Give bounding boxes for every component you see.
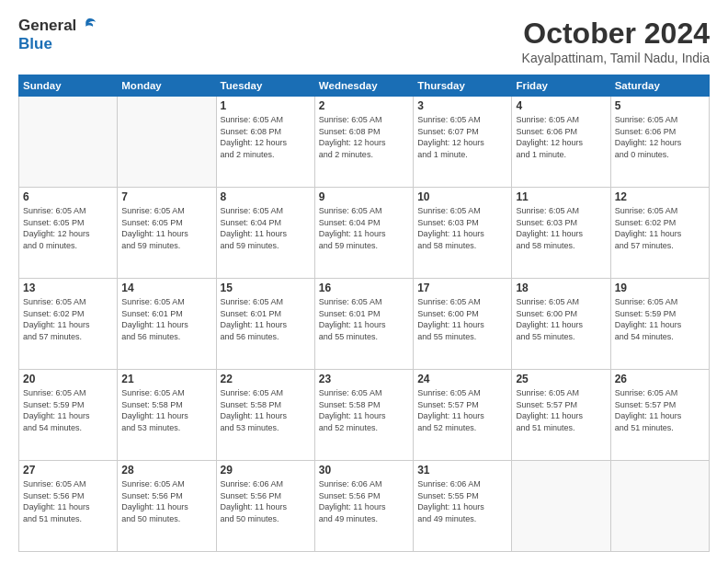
day-info: Sunrise: 6:06 AMSunset: 5:55 PMDaylight:… <box>417 478 507 524</box>
header-tuesday: Tuesday <box>216 75 314 97</box>
day-number: 26 <box>615 373 705 385</box>
day-number: 27 <box>23 464 113 477</box>
day-info: Sunrise: 6:05 AMSunset: 6:01 PMDaylight:… <box>319 296 409 342</box>
calendar-cell: 1Sunrise: 6:05 AMSunset: 6:08 PMDaylight… <box>216 97 314 188</box>
header-saturday: Saturday <box>610 75 709 97</box>
calendar-cell: 27Sunrise: 6:05 AMSunset: 5:56 PMDayligh… <box>19 461 118 552</box>
calendar-cell: 6Sunrise: 6:05 AMSunset: 6:05 PMDaylight… <box>19 188 118 279</box>
day-info: Sunrise: 6:06 AMSunset: 5:56 PMDaylight:… <box>221 478 311 524</box>
day-number: 21 <box>121 373 211 385</box>
day-number: 2 <box>319 99 409 112</box>
day-info: Sunrise: 6:05 AMSunset: 6:01 PMDaylight:… <box>221 296 311 342</box>
day-number: 28 <box>121 464 211 477</box>
day-info: Sunrise: 6:05 AMSunset: 6:04 PMDaylight:… <box>221 205 311 251</box>
calendar-cell <box>610 461 709 552</box>
day-info: Sunrise: 6:05 AMSunset: 6:06 PMDaylight:… <box>516 114 606 160</box>
calendar-table: Sunday Monday Tuesday Wednesday Thursday… <box>18 75 710 552</box>
day-info: Sunrise: 6:05 AMSunset: 5:59 PMDaylight:… <box>615 296 705 342</box>
day-number: 23 <box>319 373 409 385</box>
calendar-cell: 11Sunrise: 6:05 AMSunset: 6:03 PMDayligh… <box>512 188 610 279</box>
header-friday: Friday <box>512 75 610 97</box>
day-number: 29 <box>221 464 311 477</box>
logo-general: General <box>18 17 76 35</box>
calendar-cell: 13Sunrise: 6:05 AMSunset: 6:02 PMDayligh… <box>19 279 118 370</box>
calendar-cell: 21Sunrise: 6:05 AMSunset: 5:58 PMDayligh… <box>118 370 216 461</box>
day-number: 17 <box>417 282 507 294</box>
day-number: 10 <box>417 190 507 203</box>
day-number: 25 <box>516 373 606 385</box>
day-info: Sunrise: 6:05 AMSunset: 6:01 PMDaylight:… <box>121 296 211 342</box>
day-number: 1 <box>221 99 311 112</box>
day-number: 15 <box>221 282 311 294</box>
calendar-cell: 14Sunrise: 6:05 AMSunset: 6:01 PMDayligh… <box>118 279 216 370</box>
calendar-cell: 4Sunrise: 6:05 AMSunset: 6:06 PMDaylight… <box>512 97 610 188</box>
day-info: Sunrise: 6:06 AMSunset: 5:56 PMDaylight:… <box>319 478 409 524</box>
logo-blue: Blue <box>18 35 52 52</box>
calendar-cell: 5Sunrise: 6:05 AMSunset: 6:06 PMDaylight… <box>610 97 709 188</box>
day-number: 5 <box>615 99 705 112</box>
calendar-cell: 22Sunrise: 6:05 AMSunset: 5:58 PMDayligh… <box>216 370 314 461</box>
calendar-cell: 19Sunrise: 6:05 AMSunset: 5:59 PMDayligh… <box>610 279 709 370</box>
day-number: 22 <box>221 373 311 385</box>
day-info: Sunrise: 6:05 AMSunset: 6:05 PMDaylight:… <box>121 205 211 251</box>
day-number: 31 <box>417 464 507 477</box>
day-number: 13 <box>23 282 113 294</box>
day-number: 16 <box>319 282 409 294</box>
calendar-cell: 3Sunrise: 6:05 AMSunset: 6:07 PMDaylight… <box>414 97 512 188</box>
calendar-cell: 10Sunrise: 6:05 AMSunset: 6:03 PMDayligh… <box>414 188 512 279</box>
page: General Blue October 2024 Kayalpattinam,… <box>0 0 728 563</box>
calendar-week-2: 6Sunrise: 6:05 AMSunset: 6:05 PMDaylight… <box>19 188 710 279</box>
calendar-cell: 30Sunrise: 6:06 AMSunset: 5:56 PMDayligh… <box>314 461 413 552</box>
day-info: Sunrise: 6:05 AMSunset: 5:58 PMDaylight:… <box>221 387 311 433</box>
day-info: Sunrise: 6:05 AMSunset: 6:00 PMDaylight:… <box>417 296 507 342</box>
day-info: Sunrise: 6:05 AMSunset: 5:58 PMDaylight:… <box>121 387 211 433</box>
day-number: 18 <box>516 282 606 294</box>
day-info: Sunrise: 6:05 AMSunset: 6:00 PMDaylight:… <box>516 296 606 342</box>
day-info: Sunrise: 6:05 AMSunset: 6:05 PMDaylight:… <box>23 205 113 251</box>
day-number: 11 <box>516 190 606 203</box>
calendar-cell: 29Sunrise: 6:06 AMSunset: 5:56 PMDayligh… <box>216 461 314 552</box>
day-number: 19 <box>615 282 705 294</box>
day-info: Sunrise: 6:05 AMSunset: 5:59 PMDaylight:… <box>23 387 113 433</box>
day-info: Sunrise: 6:05 AMSunset: 5:56 PMDaylight:… <box>23 478 113 524</box>
day-number: 24 <box>417 373 507 385</box>
calendar-cell: 28Sunrise: 6:05 AMSunset: 5:56 PMDayligh… <box>118 461 216 552</box>
day-info: Sunrise: 6:05 AMSunset: 5:56 PMDaylight:… <box>121 478 211 524</box>
title-area: October 2024 Kayalpattinam, Tamil Nadu, … <box>522 17 710 65</box>
day-info: Sunrise: 6:05 AMSunset: 6:06 PMDaylight:… <box>615 114 705 160</box>
day-number: 4 <box>516 99 606 112</box>
day-info: Sunrise: 6:05 AMSunset: 6:07 PMDaylight:… <box>417 114 507 160</box>
calendar-cell <box>118 97 216 188</box>
logo: General Blue <box>18 17 97 53</box>
calendar-cell <box>19 97 118 188</box>
day-info: Sunrise: 6:05 AMSunset: 5:57 PMDaylight:… <box>417 387 507 433</box>
day-number: 12 <box>615 190 705 203</box>
day-number: 8 <box>221 190 311 203</box>
day-number: 20 <box>23 373 113 385</box>
header: General Blue October 2024 Kayalpattinam,… <box>18 17 710 65</box>
day-number: 14 <box>121 282 211 294</box>
header-thursday: Thursday <box>414 75 512 97</box>
header-wednesday: Wednesday <box>314 75 413 97</box>
calendar-cell: 2Sunrise: 6:05 AMSunset: 6:08 PMDaylight… <box>314 97 413 188</box>
day-info: Sunrise: 6:05 AMSunset: 6:02 PMDaylight:… <box>615 205 705 251</box>
calendar-cell <box>512 461 610 552</box>
calendar-cell: 8Sunrise: 6:05 AMSunset: 6:04 PMDaylight… <box>216 188 314 279</box>
calendar-week-1: 1Sunrise: 6:05 AMSunset: 6:08 PMDaylight… <box>19 97 710 188</box>
calendar-cell: 7Sunrise: 6:05 AMSunset: 6:05 PMDaylight… <box>118 188 216 279</box>
day-number: 9 <box>319 190 409 203</box>
day-number: 7 <box>121 190 211 203</box>
day-info: Sunrise: 6:05 AMSunset: 5:58 PMDaylight:… <box>319 387 409 433</box>
calendar-cell: 15Sunrise: 6:05 AMSunset: 6:01 PMDayligh… <box>216 279 314 370</box>
calendar-cell: 16Sunrise: 6:05 AMSunset: 6:01 PMDayligh… <box>314 279 413 370</box>
calendar-cell: 25Sunrise: 6:05 AMSunset: 5:57 PMDayligh… <box>512 370 610 461</box>
day-info: Sunrise: 6:05 AMSunset: 6:02 PMDaylight:… <box>23 296 113 342</box>
day-info: Sunrise: 6:05 AMSunset: 6:04 PMDaylight:… <box>319 205 409 251</box>
calendar-cell: 24Sunrise: 6:05 AMSunset: 5:57 PMDayligh… <box>414 370 512 461</box>
header-sunday: Sunday <box>19 75 118 97</box>
day-info: Sunrise: 6:05 AMSunset: 6:03 PMDaylight:… <box>417 205 507 251</box>
header-monday: Monday <box>118 75 216 97</box>
calendar-week-4: 20Sunrise: 6:05 AMSunset: 5:59 PMDayligh… <box>19 370 710 461</box>
calendar-week-3: 13Sunrise: 6:05 AMSunset: 6:02 PMDayligh… <box>19 279 710 370</box>
calendar-cell: 23Sunrise: 6:05 AMSunset: 5:58 PMDayligh… <box>314 370 413 461</box>
